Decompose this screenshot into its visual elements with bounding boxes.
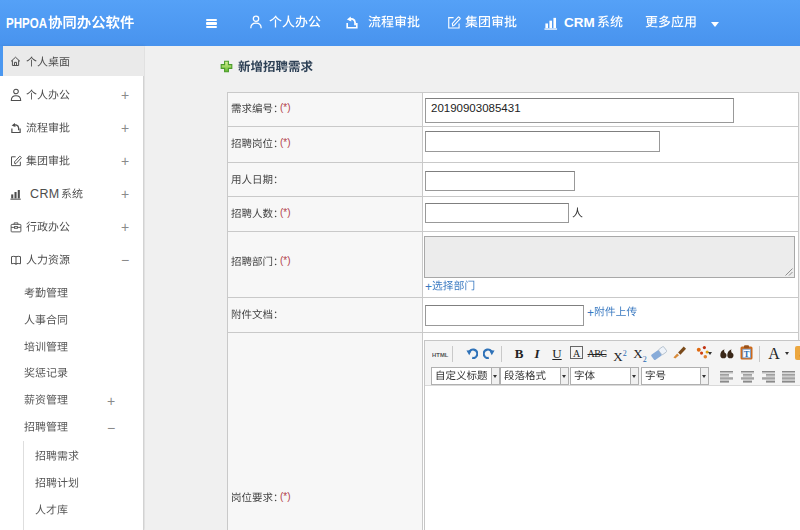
svg-text:T: T — [744, 349, 750, 359]
svg-text:HTML: HTML — [432, 352, 449, 358]
